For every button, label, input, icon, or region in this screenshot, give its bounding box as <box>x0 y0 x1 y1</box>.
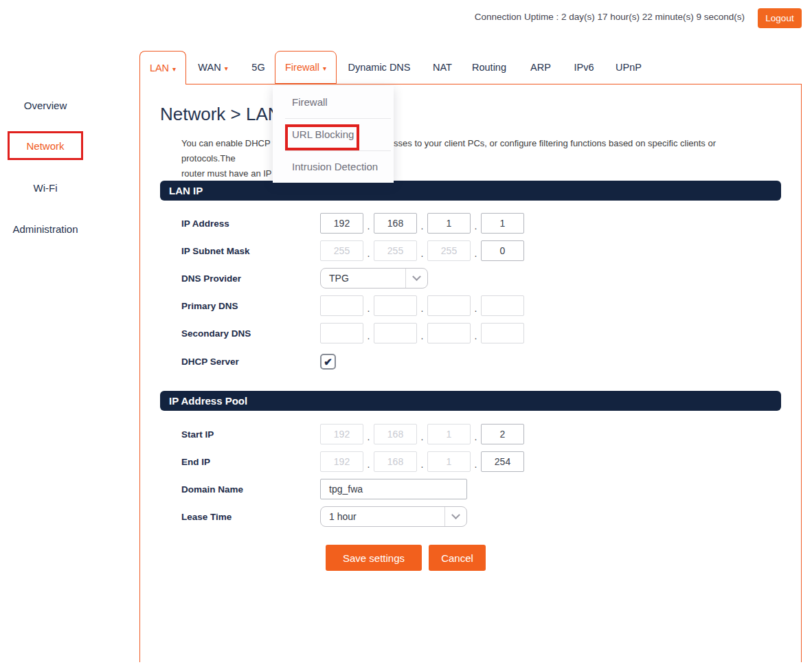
lease-time-label: Lease Time <box>181 512 320 522</box>
tab-wan-label: WAN <box>198 62 221 73</box>
secondary-dns-label: Secondary DNS <box>181 328 320 339</box>
octet-separator: . <box>363 303 374 316</box>
sidebar-item-administration[interactable]: Administration <box>0 223 91 235</box>
sidebar-item-network[interactable]: Network <box>0 140 91 152</box>
menu-item-firewall[interactable]: Firewall <box>273 86 394 118</box>
octet-separator: . <box>363 330 374 343</box>
row-subnet-mask: IP Subnet Mask . . . <box>181 240 524 261</box>
octet-separator: . <box>471 330 481 343</box>
primary-dns-octets: . . . <box>320 295 524 316</box>
chevron-down-icon: ▾ <box>225 65 228 72</box>
subnet-mask-octet-4[interactable] <box>481 240 524 261</box>
secondary-dns-octet-3[interactable] <box>427 323 471 343</box>
tab-ipv6[interactable]: IPv6 <box>570 51 598 84</box>
tab-nat[interactable]: NAT <box>430 51 455 84</box>
sidebar-item-overview[interactable]: Overview <box>0 100 91 111</box>
primary-dns-octet-1[interactable] <box>320 295 363 316</box>
chevron-down-icon <box>412 272 421 281</box>
octet-separator: . <box>417 431 427 444</box>
dns-provider-value: TPG <box>321 273 405 284</box>
page-description-line2: router must have an IP address. <box>181 166 772 181</box>
domain-name-input[interactable] <box>320 479 467 499</box>
start-ip-octet-2 <box>374 424 417 444</box>
octet-separator: . <box>417 459 427 472</box>
start-ip-octet-3 <box>427 424 471 444</box>
octet-separator: . <box>363 248 374 261</box>
lease-time-value: 1 hour <box>321 511 444 522</box>
end-ip-octet-3 <box>427 451 471 472</box>
octet-separator: . <box>417 303 427 316</box>
row-dns-provider: DNS Provider TPG <box>181 268 428 289</box>
chevron-down-icon: ▾ <box>323 65 326 72</box>
secondary-dns-octet-1[interactable] <box>320 323 363 343</box>
tab-arp[interactable]: ARP <box>528 51 554 84</box>
tab-lan[interactable]: LAN▾ <box>139 51 186 84</box>
dhcp-server-checkbox[interactable]: ✔ <box>320 354 336 370</box>
secondary-dns-octet-2[interactable] <box>374 323 417 343</box>
menu-item-intrusion-detection[interactable]: Intrusion Detection <box>273 150 394 183</box>
primary-dns-octet-4[interactable] <box>481 295 524 316</box>
section-header-ip-address-pool: IP Address Pool <box>160 391 781 411</box>
primary-dns-octet-3[interactable] <box>427 295 471 316</box>
row-dhcp-server: DHCP Server ✔ <box>181 351 336 372</box>
dns-provider-dropdown-button[interactable] <box>405 269 427 288</box>
tab-firewall-label: Firewall <box>285 62 319 73</box>
octet-separator: . <box>471 303 481 316</box>
end-ip-octet-4[interactable] <box>481 451 524 472</box>
ip-address-octet-4[interactable] <box>481 213 524 234</box>
row-primary-dns: Primary DNS . . . <box>181 295 524 316</box>
octet-separator: . <box>417 221 427 234</box>
primary-dns-label: Primary DNS <box>181 301 320 311</box>
end-ip-octet-1 <box>320 451 363 472</box>
chevron-down-icon: ▾ <box>172 65 176 73</box>
section-header-lan-ip: LAN IP <box>160 181 781 201</box>
start-ip-octets: . . . <box>320 424 524 444</box>
tab-firewall[interactable]: Firewall▾ <box>275 51 337 84</box>
tab-lan-label: LAN <box>150 63 169 74</box>
page-description: You can enable DHCP to dynamically assig… <box>181 136 772 181</box>
octet-separator: . <box>417 248 427 261</box>
subnet-mask-octet-2 <box>374 240 417 261</box>
start-ip-octet-4[interactable] <box>481 424 524 444</box>
octet-separator: . <box>417 330 427 343</box>
octet-separator: . <box>471 459 481 472</box>
tab-5g[interactable]: 5G <box>245 51 272 84</box>
page-description-line1: You can enable DHCP to dynamically assig… <box>181 136 772 166</box>
octet-separator: . <box>471 248 481 261</box>
ip-address-octets: . . . <box>320 213 524 234</box>
tab-dynamic-dns[interactable]: Dynamic DNS <box>346 51 412 84</box>
menu-item-url-blocking[interactable]: URL Blocking <box>273 118 394 150</box>
ip-address-octet-1[interactable] <box>320 213 363 234</box>
subnet-mask-octet-1 <box>320 240 363 261</box>
tab-upnp[interactable]: UPnP <box>613 51 644 84</box>
chevron-down-icon <box>451 510 460 519</box>
tab-routing[interactable]: Routing <box>470 51 508 84</box>
start-ip-octet-1 <box>320 424 363 444</box>
row-domain-name: Domain Name <box>181 479 467 499</box>
end-ip-label: End IP <box>181 457 320 467</box>
subnet-mask-label: IP Subnet Mask <box>181 246 320 256</box>
page-title: Network > LAN <box>160 104 281 125</box>
row-lease-time: Lease Time 1 hour <box>181 506 467 527</box>
row-start-ip: Start IP . . . <box>181 424 524 444</box>
dns-provider-select[interactable]: TPG <box>320 268 428 289</box>
lease-time-select[interactable]: 1 hour <box>320 506 467 527</box>
firewall-dropdown-menu: Firewall URL Blocking Intrusion Detectio… <box>273 86 394 183</box>
tab-wan[interactable]: WAN▾ <box>187 51 239 84</box>
row-ip-address: IP Address . . . <box>181 213 524 234</box>
secondary-dns-octet-4[interactable] <box>481 323 524 343</box>
ip-address-octet-3[interactable] <box>427 213 471 234</box>
domain-name-label: Domain Name <box>181 484 320 495</box>
start-ip-label: Start IP <box>181 429 320 440</box>
lease-time-dropdown-button[interactable] <box>444 507 466 526</box>
cancel-button[interactable]: Cancel <box>429 545 486 571</box>
ip-address-octet-2[interactable] <box>374 213 417 234</box>
primary-dns-octet-2[interactable] <box>374 295 417 316</box>
checkmark-icon: ✔ <box>324 357 332 367</box>
sidebar-item-wifi[interactable]: Wi-Fi <box>0 182 91 194</box>
octet-separator: . <box>363 459 374 472</box>
end-ip-octets: . . . <box>320 451 524 472</box>
save-settings-button[interactable]: Save settings <box>326 545 422 571</box>
row-secondary-dns: Secondary DNS . . . <box>181 323 524 343</box>
logout-button[interactable]: Logout <box>758 8 802 28</box>
